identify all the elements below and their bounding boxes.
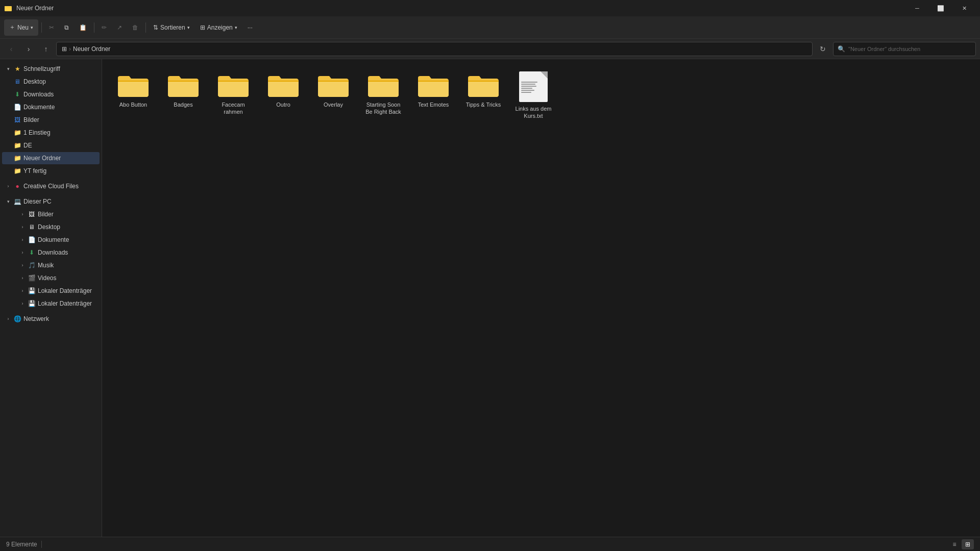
view-button[interactable]: ⊞ Anzeigen ▾ xyxy=(196,19,241,36)
this-pc-icon: 💻 xyxy=(13,197,21,206)
sidebar-item-local2[interactable]: 💾 Lokaler Datenträger xyxy=(2,297,100,310)
share-button[interactable]: ↗ xyxy=(113,19,126,36)
pc-downloads-icon: ⬇ xyxy=(28,248,36,257)
list-view-button[interactable]: ≡ xyxy=(948,539,961,549)
sidebar-item-1einstieg[interactable]: 📁 1 Einstieg xyxy=(2,127,100,139)
pc-dokumente-label: Dokumente xyxy=(38,236,96,243)
creative-cloud-label: Creative Cloud Files xyxy=(23,183,96,190)
file-item[interactable]: Tipps & Tricks xyxy=(460,67,506,124)
sidebar-item-ytfertig[interactable]: 📁 YT fertig xyxy=(2,165,100,177)
folder-icon xyxy=(117,71,150,98)
file-label: Text Emotes xyxy=(418,101,449,108)
sidebar-item-pc-dokumente[interactable]: 📄 Dokumente xyxy=(2,234,100,246)
network-label: Netzwerk xyxy=(23,315,96,322)
cut-icon: ✂ xyxy=(49,24,54,31)
view-toggle-buttons: ≡ ⊞ xyxy=(948,539,974,549)
pc-videos-icon: 🎬 xyxy=(28,274,36,282)
pictures-folder-icon: 🖼 xyxy=(13,116,21,124)
sidebar-item-local1[interactable]: 💾 Lokaler Datenträger xyxy=(2,285,100,297)
delete-button[interactable]: 🗑 xyxy=(128,19,142,36)
sidebar-item-pc-downloads[interactable]: ⬇ Downloads xyxy=(2,246,100,259)
rename-button[interactable]: ✏ xyxy=(97,19,111,36)
sidebar-item-pictures[interactable]: 🖼 Bilder 📌 xyxy=(2,114,100,126)
sidebar-item-pc-musik[interactable]: 🎵 Musik xyxy=(2,259,100,271)
quick-access-section: ★ Schnellzugriff 🖥 Desktop 📌 ⬇ Downloads… xyxy=(0,61,102,179)
content-area[interactable]: Abo Button Badges xyxy=(102,59,980,537)
cc-expand-icon xyxy=(5,183,11,189)
file-item[interactable]: Outro xyxy=(260,67,306,124)
file-item[interactable]: Text Emotes xyxy=(410,67,456,124)
pc-bilder-icon: 🖼 xyxy=(28,210,36,218)
pc-bilder-label: Bilder xyxy=(38,211,96,218)
sidebar-item-pc-desktop[interactable]: 🖥 Desktop xyxy=(2,221,100,233)
new-label: Neu xyxy=(17,24,29,31)
toolbar-separator-3 xyxy=(145,22,146,33)
file-label: Abo Button xyxy=(119,101,147,108)
sidebar-item-downloads[interactable]: ⬇ Downloads 📌 xyxy=(2,88,100,101)
pc-bilder-expand-icon xyxy=(19,211,26,217)
sidebar-ytfertig-label: YT fertig xyxy=(23,167,96,174)
file-item[interactable]: Links aus dem Kurs.txt xyxy=(510,67,556,124)
pc-desktop-icon: 🖥 xyxy=(28,223,36,231)
up-button[interactable]: ↑ xyxy=(39,42,53,56)
this-pc-header[interactable]: 💻 Dieser PC xyxy=(2,195,100,208)
more-button[interactable]: ··· xyxy=(243,19,257,36)
share-icon: ↗ xyxy=(117,24,122,31)
folder-icon xyxy=(367,71,400,98)
toolbar-separator-1 xyxy=(41,22,42,33)
creative-cloud-header[interactable]: ● Creative Cloud Files xyxy=(2,180,100,192)
grid-view-button[interactable]: ⊞ xyxy=(962,539,974,549)
file-label: Facecam rahmen xyxy=(212,101,254,116)
sort-button[interactable]: ⇅ Sortieren ▾ xyxy=(149,19,194,36)
search-icon: 🔍 xyxy=(838,45,845,53)
cut-button[interactable]: ✂ xyxy=(45,19,58,36)
window-title: Neuer Ordner xyxy=(16,5,901,12)
svg-rect-1 xyxy=(5,6,7,8)
this-pc-label: Dieser PC xyxy=(23,198,96,205)
sidebar-documents-label: Dokumente xyxy=(23,104,88,111)
maximize-button[interactable]: ⬜ xyxy=(929,0,952,16)
sidebar-item-documents[interactable]: 📄 Dokumente 📌 xyxy=(2,101,100,113)
local2-expand-icon xyxy=(19,300,26,307)
file-item[interactable]: Overlay xyxy=(310,67,356,124)
desktop-folder-icon: 🖥 xyxy=(13,78,21,86)
local1-drive-icon: 💾 xyxy=(28,287,36,295)
toolbar-separator-2 xyxy=(94,22,94,33)
forward-button[interactable]: › xyxy=(21,42,36,56)
paste-button[interactable]: 📋 xyxy=(75,19,91,36)
file-label: Badges xyxy=(174,101,192,108)
back-button[interactable]: ‹ xyxy=(4,42,18,56)
pc-videos-expand-icon xyxy=(19,275,26,281)
close-button[interactable]: ✕ xyxy=(952,0,976,16)
file-label: Overlay xyxy=(324,101,343,108)
file-item[interactable]: Facecam rahmen xyxy=(210,67,256,124)
sidebar-item-pc-videos[interactable]: 🎬 Videos xyxy=(2,272,100,284)
file-item[interactable]: Badges xyxy=(160,67,206,124)
quick-access-header[interactable]: ★ Schnellzugriff xyxy=(2,63,100,75)
sidebar-item-de[interactable]: 📁 DE xyxy=(2,139,100,152)
copy-button[interactable]: ⧉ xyxy=(60,19,73,36)
sidebar: ★ Schnellzugriff 🖥 Desktop 📌 ⬇ Downloads… xyxy=(0,59,102,537)
delete-icon: 🗑 xyxy=(132,24,138,31)
rename-icon: ✏ xyxy=(102,24,107,31)
new-button[interactable]: ＋ Neu ▾ xyxy=(4,19,38,36)
titlebar: Neuer Ordner ─ ⬜ ✕ xyxy=(0,0,980,16)
sidebar-neuer-ordner-label: Neuer Ordner xyxy=(23,155,96,162)
sidebar-desktop-label: Desktop xyxy=(23,78,88,85)
sidebar-item-desktop[interactable]: 🖥 Desktop 📌 xyxy=(2,76,100,88)
pc-videos-label: Videos xyxy=(38,274,96,282)
minimize-button[interactable]: ─ xyxy=(905,0,929,16)
sidebar-item-neuer-ordner[interactable]: 📁 Neuer Ordner xyxy=(2,152,100,164)
items-grid: Abo Button Badges xyxy=(110,67,972,124)
refresh-button[interactable]: ↻ xyxy=(816,42,830,56)
sidebar-item-pc-bilder[interactable]: 🖼 Bilder xyxy=(2,208,100,220)
app-icon xyxy=(4,4,12,12)
pc-dokumente-icon: 📄 xyxy=(28,236,36,244)
network-icon: 🌐 xyxy=(13,315,21,323)
network-header[interactable]: 🌐 Netzwerk xyxy=(2,313,100,325)
file-item[interactable]: Abo Button xyxy=(110,67,156,124)
address-path[interactable]: ⊞ › Neuer Ordner xyxy=(56,42,813,56)
file-item[interactable]: Starting Soon Be Right Back xyxy=(360,67,406,124)
window-controls: ─ ⬜ ✕ xyxy=(905,0,976,16)
search-box[interactable]: 🔍 "Neuer Ordner" durchsuchen xyxy=(833,42,976,56)
